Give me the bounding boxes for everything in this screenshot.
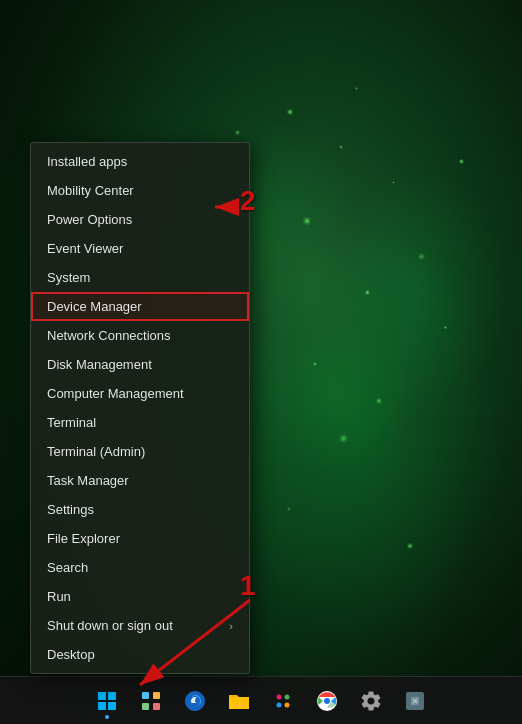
submenu-chevron-shut-down: › (229, 620, 233, 632)
menu-item-system[interactable]: System (31, 263, 249, 292)
context-menu: Installed appsMobility CenterPower Optio… (30, 142, 250, 674)
svg-rect-9 (153, 692, 160, 699)
svg-rect-8 (142, 703, 149, 710)
menu-item-label-power-options: Power Options (47, 212, 132, 227)
menu-item-terminal[interactable]: Terminal (31, 408, 249, 437)
menu-item-label-mobility-center: Mobility Center (47, 183, 134, 198)
taskbar-edge-button[interactable] (175, 681, 215, 721)
svg-point-17 (324, 698, 330, 704)
svg-point-12 (285, 694, 290, 699)
menu-item-device-manager[interactable]: Device Manager (31, 292, 249, 321)
svg-rect-4 (108, 692, 116, 700)
svg-rect-5 (98, 702, 106, 710)
menu-item-disk-management[interactable]: Disk Management (31, 350, 249, 379)
menu-item-label-system: System (47, 270, 90, 285)
svg-rect-3 (98, 692, 106, 700)
svg-point-14 (285, 702, 290, 707)
taskbar-settings-button[interactable] (351, 681, 391, 721)
menu-item-desktop[interactable]: Desktop (31, 640, 249, 669)
svg-point-13 (277, 702, 282, 707)
menu-item-label-terminal-admin: Terminal (Admin) (47, 444, 145, 459)
menu-item-label-network-connections: Network Connections (47, 328, 171, 343)
menu-item-computer-management[interactable]: Computer Management (31, 379, 249, 408)
menu-item-network-connections[interactable]: Network Connections (31, 321, 249, 350)
menu-item-terminal-admin[interactable]: Terminal (Admin) (31, 437, 249, 466)
taskbar-file-explorer-button[interactable] (219, 681, 259, 721)
menu-item-label-search: Search (47, 560, 88, 575)
menu-item-label-shut-down: Shut down or sign out (47, 618, 173, 633)
menu-item-label-run: Run (47, 589, 71, 604)
taskbar-widgets-button[interactable] (131, 681, 171, 721)
taskbar-chrome-button[interactable] (307, 681, 347, 721)
svg-point-11 (277, 694, 282, 699)
menu-item-settings[interactable]: Settings (31, 495, 249, 524)
menu-item-label-computer-management: Computer Management (47, 386, 184, 401)
menu-item-shut-down[interactable]: Shut down or sign out› (31, 611, 249, 640)
taskbar-unknown-app-button[interactable] (395, 681, 435, 721)
svg-rect-7 (142, 692, 149, 699)
taskbar-start-button[interactable] (87, 681, 127, 721)
menu-item-label-event-viewer: Event Viewer (47, 241, 123, 256)
svg-rect-6 (108, 702, 116, 710)
taskbar (0, 676, 522, 724)
menu-item-label-task-manager: Task Manager (47, 473, 129, 488)
menu-item-event-viewer[interactable]: Event Viewer (31, 234, 249, 263)
menu-item-task-manager[interactable]: Task Manager (31, 466, 249, 495)
menu-item-label-device-manager: Device Manager (47, 299, 142, 314)
menu-item-label-installed-apps: Installed apps (47, 154, 127, 169)
menu-item-run[interactable]: Run (31, 582, 249, 611)
menu-item-installed-apps[interactable]: Installed apps (31, 147, 249, 176)
menu-item-mobility-center[interactable]: Mobility Center (31, 176, 249, 205)
menu-item-label-settings: Settings (47, 502, 94, 517)
menu-item-label-file-explorer: File Explorer (47, 531, 120, 546)
menu-item-label-terminal: Terminal (47, 415, 96, 430)
svg-rect-10 (153, 703, 160, 710)
menu-item-power-options[interactable]: Power Options (31, 205, 249, 234)
taskbar-slack-button[interactable] (263, 681, 303, 721)
menu-item-label-desktop: Desktop (47, 647, 95, 662)
menu-item-search[interactable]: Search (31, 553, 249, 582)
menu-item-label-disk-management: Disk Management (47, 357, 152, 372)
menu-item-file-explorer[interactable]: File Explorer (31, 524, 249, 553)
